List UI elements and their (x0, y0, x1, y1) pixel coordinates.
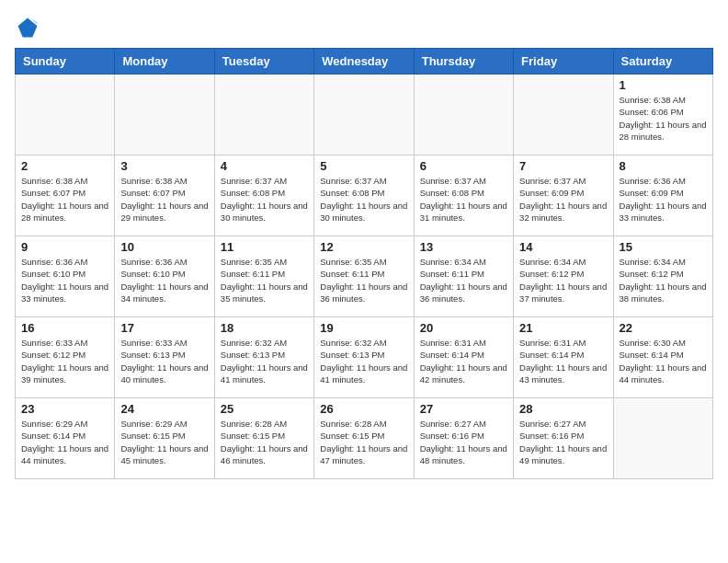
day-info: Sunrise: 6:31 AM Sunset: 6:14 PM Dayligh… (420, 337, 507, 385)
calendar-day-cell: 6Sunrise: 6:37 AM Sunset: 6:08 PM Daylig… (414, 155, 513, 236)
day-header-tuesday: Tuesday (214, 49, 313, 75)
calendar-day-cell: 15Sunrise: 6:34 AM Sunset: 6:12 PM Dayli… (613, 236, 712, 317)
calendar-week-row: 16Sunrise: 6:33 AM Sunset: 6:12 PM Dayli… (16, 317, 713, 398)
calendar-day-cell: 9Sunrise: 6:36 AM Sunset: 6:10 PM Daylig… (16, 236, 115, 317)
calendar-day-cell: 12Sunrise: 6:35 AM Sunset: 6:11 PM Dayli… (314, 236, 414, 317)
day-header-wednesday: Wednesday (314, 49, 414, 75)
day-number: 2 (21, 159, 108, 173)
calendar-day-cell: 18Sunrise: 6:32 AM Sunset: 6:13 PM Dayli… (214, 317, 313, 398)
day-number: 8 (620, 159, 707, 173)
day-header-thursday: Thursday (414, 49, 513, 75)
calendar-day-cell: 10Sunrise: 6:36 AM Sunset: 6:10 PM Dayli… (115, 236, 214, 317)
day-info: Sunrise: 6:34 AM Sunset: 6:11 PM Dayligh… (420, 256, 507, 304)
day-header-friday: Friday (514, 49, 613, 75)
day-info: Sunrise: 6:37 AM Sunset: 6:09 PM Dayligh… (519, 175, 607, 224)
calendar-day-cell: 7Sunrise: 6:37 AM Sunset: 6:09 PM Daylig… (514, 155, 613, 236)
day-number: 25 (221, 402, 308, 416)
day-info: Sunrise: 6:37 AM Sunset: 6:08 PM Dayligh… (320, 175, 407, 224)
calendar-day-cell: 20Sunrise: 6:31 AM Sunset: 6:14 PM Dayli… (414, 317, 513, 398)
day-info: Sunrise: 6:36 AM Sunset: 6:09 PM Dayligh… (620, 175, 707, 224)
calendar-day-cell (16, 75, 115, 155)
day-info: Sunrise: 6:32 AM Sunset: 6:13 PM Dayligh… (221, 337, 308, 385)
calendar-day-cell (214, 75, 313, 155)
day-info: Sunrise: 6:34 AM Sunset: 6:12 PM Dayligh… (519, 256, 607, 304)
day-info: Sunrise: 6:33 AM Sunset: 6:13 PM Dayligh… (120, 337, 208, 385)
day-number: 21 (519, 321, 607, 335)
day-number: 3 (120, 159, 208, 173)
day-number: 14 (519, 240, 607, 254)
day-header-monday: Monday (115, 49, 214, 75)
day-info: Sunrise: 6:28 AM Sunset: 6:15 PM Dayligh… (221, 418, 308, 466)
day-info: Sunrise: 6:29 AM Sunset: 6:15 PM Dayligh… (120, 418, 208, 466)
calendar-day-cell: 14Sunrise: 6:34 AM Sunset: 6:12 PM Dayli… (514, 236, 613, 317)
day-info: Sunrise: 6:38 AM Sunset: 6:07 PM Dayligh… (120, 175, 208, 224)
calendar-day-cell: 23Sunrise: 6:29 AM Sunset: 6:14 PM Dayli… (16, 398, 115, 479)
day-number: 13 (420, 240, 507, 254)
calendar-week-row: 9Sunrise: 6:36 AM Sunset: 6:10 PM Daylig… (16, 236, 713, 317)
calendar-day-cell: 3Sunrise: 6:38 AM Sunset: 6:07 PM Daylig… (115, 155, 214, 236)
day-number: 4 (221, 159, 308, 173)
day-info: Sunrise: 6:37 AM Sunset: 6:08 PM Dayligh… (221, 175, 308, 224)
header (15, 15, 713, 40)
day-info: Sunrise: 6:27 AM Sunset: 6:16 PM Dayligh… (519, 418, 607, 466)
day-number: 6 (420, 159, 507, 173)
day-number: 23 (21, 402, 108, 416)
calendar-day-cell: 8Sunrise: 6:36 AM Sunset: 6:09 PM Daylig… (613, 155, 712, 236)
calendar-day-cell: 2Sunrise: 6:38 AM Sunset: 6:07 PM Daylig… (16, 155, 115, 236)
logo-icon (15, 15, 40, 40)
calendar-day-cell: 13Sunrise: 6:34 AM Sunset: 6:11 PM Dayli… (414, 236, 513, 317)
day-number: 27 (420, 402, 507, 416)
calendar-day-cell: 4Sunrise: 6:37 AM Sunset: 6:08 PM Daylig… (214, 155, 313, 236)
day-info: Sunrise: 6:38 AM Sunset: 6:07 PM Dayligh… (21, 175, 108, 224)
day-info: Sunrise: 6:36 AM Sunset: 6:10 PM Dayligh… (120, 256, 208, 304)
day-number: 10 (120, 240, 208, 254)
day-number: 9 (21, 240, 108, 254)
calendar-day-cell: 26Sunrise: 6:28 AM Sunset: 6:15 PM Dayli… (314, 398, 414, 479)
day-info: Sunrise: 6:29 AM Sunset: 6:14 PM Dayligh… (21, 418, 108, 466)
day-info: Sunrise: 6:31 AM Sunset: 6:14 PM Dayligh… (519, 337, 607, 385)
calendar-week-row: 23Sunrise: 6:29 AM Sunset: 6:14 PM Dayli… (16, 398, 713, 479)
calendar-day-cell: 24Sunrise: 6:29 AM Sunset: 6:15 PM Dayli… (115, 398, 214, 479)
day-number: 12 (320, 240, 407, 254)
calendar-day-cell: 19Sunrise: 6:32 AM Sunset: 6:13 PM Dayli… (314, 317, 414, 398)
day-number: 16 (21, 321, 108, 335)
day-number: 24 (120, 402, 208, 416)
calendar-table: SundayMondayTuesdayWednesdayThursdayFrid… (15, 48, 713, 479)
calendar-week-row: 2Sunrise: 6:38 AM Sunset: 6:07 PM Daylig… (16, 155, 713, 236)
calendar-day-cell: 22Sunrise: 6:30 AM Sunset: 6:14 PM Dayli… (613, 317, 712, 398)
day-info: Sunrise: 6:38 AM Sunset: 6:06 PM Dayligh… (620, 94, 707, 143)
day-info: Sunrise: 6:35 AM Sunset: 6:11 PM Dayligh… (320, 256, 407, 304)
calendar-day-cell: 11Sunrise: 6:35 AM Sunset: 6:11 PM Dayli… (214, 236, 313, 317)
day-number: 5 (320, 159, 407, 173)
day-info: Sunrise: 6:34 AM Sunset: 6:12 PM Dayligh… (620, 256, 707, 304)
calendar-day-cell: 16Sunrise: 6:33 AM Sunset: 6:12 PM Dayli… (16, 317, 115, 398)
day-info: Sunrise: 6:32 AM Sunset: 6:13 PM Dayligh… (320, 337, 407, 385)
day-number: 28 (519, 402, 607, 416)
day-info: Sunrise: 6:37 AM Sunset: 6:08 PM Dayligh… (420, 175, 507, 224)
day-number: 1 (620, 78, 707, 92)
day-info: Sunrise: 6:28 AM Sunset: 6:15 PM Dayligh… (320, 418, 407, 466)
day-number: 19 (320, 321, 407, 335)
day-info: Sunrise: 6:35 AM Sunset: 6:11 PM Dayligh… (221, 256, 308, 304)
calendar-header-row: SundayMondayTuesdayWednesdayThursdayFrid… (16, 49, 713, 75)
day-header-saturday: Saturday (613, 49, 712, 75)
calendar-day-cell: 28Sunrise: 6:27 AM Sunset: 6:16 PM Dayli… (514, 398, 613, 479)
day-number: 7 (519, 159, 607, 173)
logo (15, 15, 44, 40)
day-info: Sunrise: 6:33 AM Sunset: 6:12 PM Dayligh… (21, 337, 108, 385)
calendar-day-cell (514, 75, 613, 155)
day-number: 20 (420, 321, 507, 335)
calendar-day-cell: 1Sunrise: 6:38 AM Sunset: 6:06 PM Daylig… (613, 75, 712, 155)
day-number: 22 (620, 321, 707, 335)
calendar-day-cell: 5Sunrise: 6:37 AM Sunset: 6:08 PM Daylig… (314, 155, 414, 236)
day-number: 15 (620, 240, 707, 254)
calendar-day-cell (613, 398, 712, 479)
day-number: 11 (221, 240, 308, 254)
day-info: Sunrise: 6:27 AM Sunset: 6:16 PM Dayligh… (420, 418, 507, 466)
day-info: Sunrise: 6:36 AM Sunset: 6:10 PM Dayligh… (21, 256, 108, 304)
calendar-week-row: 1Sunrise: 6:38 AM Sunset: 6:06 PM Daylig… (16, 75, 713, 155)
day-header-sunday: Sunday (16, 49, 115, 75)
calendar-day-cell: 27Sunrise: 6:27 AM Sunset: 6:16 PM Dayli… (414, 398, 513, 479)
calendar-day-cell: 25Sunrise: 6:28 AM Sunset: 6:15 PM Dayli… (214, 398, 313, 479)
day-number: 18 (221, 321, 308, 335)
